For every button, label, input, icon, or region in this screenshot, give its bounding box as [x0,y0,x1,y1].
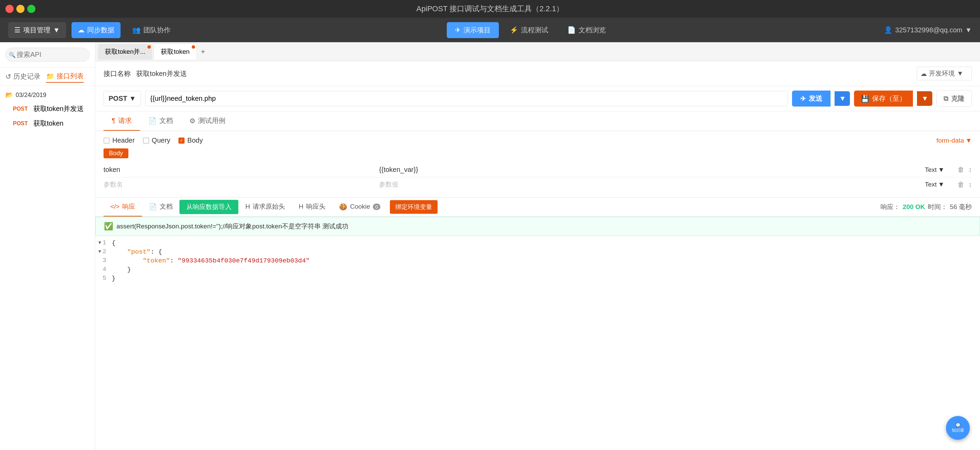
list-item[interactable]: POST 获取token并发送 [0,102,95,116]
form-data-select[interactable]: form-data ▼ [936,137,972,144]
success-message: assert(ResponseJson.post.token!='');//响应… [116,222,348,231]
maximize-button[interactable] [27,5,35,13]
method-select[interactable]: POST ▼ [103,91,141,106]
query-checkbox[interactable]: Query [143,137,170,144]
tab-item-1[interactable]: 获取token并... [98,44,152,60]
body-checkbox[interactable]: ✓ Body [178,137,203,144]
tab-doc[interactable]: 📄 文档 [140,111,181,131]
delete-icon[interactable]: 🗑 [958,181,964,189]
docs-label: 文档浏览 [579,25,606,35]
flow-label: 流程测试 [521,25,548,35]
url-input[interactable] [145,91,788,106]
header-checkbox-box[interactable] [103,138,110,144]
sidebar: 🔍 ↺ 历史记录 📁 接口列表 📂 03/24/2019 POST 获取toke… [0,42,95,450]
chevron-down-icon: ▼ [839,95,846,102]
param-checkboxes: Header Query ✓ Body form-data ▼ [103,137,972,144]
resp-head-label: 响应头 [306,202,326,211]
body-label: Body [187,137,203,144]
param-value-placeholder[interactable]: 参数值 [379,180,920,189]
save-button[interactable]: 💾 保存（至） [854,91,913,107]
doc-icon: 📄 [149,203,157,211]
tab-api-list[interactable]: 📁 接口列表 [46,70,84,83]
sync-btn-label: 同步数据 [87,25,115,35]
params-table: token {{token_var}} Text ▼ 🗑 ↕ 参数名 参数值 [103,162,972,192]
sort-icon[interactable]: ↕ [969,166,972,173]
query-label: Query [152,137,170,144]
method-badge-post: POST [11,105,30,113]
search-icon: 🔍 [9,51,16,58]
send-button[interactable]: ✈ 发送 [792,91,830,107]
resp-tab-req-head[interactable]: H 请求原始头 [239,197,292,216]
window-title: ApiPOST 接口调试与文档生成工具（2.2.1） [417,4,563,14]
search-input[interactable] [5,48,89,62]
interface-name-input[interactable] [136,70,911,78]
project-management-button[interactable]: ☰ 项目管理 ▼ [8,22,66,38]
param-name-placeholder[interactable]: 参数名 [103,180,374,189]
tab-test-case[interactable]: ⚙ 测试用例 [181,111,234,131]
collapse-arrow-1[interactable]: ▼ [99,240,101,245]
save-dropdown-button[interactable]: ▼ [917,91,932,106]
header-label: Header [112,137,135,144]
tab-label-2: 获取token [161,47,189,56]
docs-browse-button[interactable]: 📄 文档浏览 [559,22,614,38]
env-label: 开发环境 [929,69,955,78]
tab-request[interactable]: ¶ 请求 [103,111,140,131]
import-from-response-button[interactable]: 从响应数据导入 [180,200,239,214]
flow-test-button[interactable]: ⚡ 流程测试 [501,22,557,38]
send-dropdown-button[interactable]: ▼ [835,91,850,106]
request-tabs: ¶ 请求 📄 文档 ⚙ 测试用例 [95,111,980,131]
param-type-input[interactable]: Text ▼ [925,181,952,188]
resp-tab-resp-head[interactable]: H 响应头 [292,197,332,216]
test-icon: ⚙ [189,117,196,125]
date-group[interactable]: 📂 03/24/2019 [0,89,95,102]
line-number-2: ▼ 2 [95,248,112,255]
resp-tab-doc[interactable]: 📄 文档 [142,197,180,216]
header-checkbox[interactable]: Header [103,137,135,144]
delete-icon[interactable]: 🗑 [958,166,964,173]
minimize-button[interactable] [16,5,24,13]
cloud-icon: ☁ [78,26,84,34]
chevron-down-icon: ▼ [965,26,972,34]
clone-button[interactable]: ⧉ 克隆 [936,90,972,107]
body-checkbox-box[interactable]: ✓ [178,138,185,144]
send-icon: ✈ [455,26,461,34]
resp-tab-response[interactable]: </> 响应 [103,197,142,216]
tab-add-button[interactable]: + [198,46,208,57]
line-number-4: 4 [95,266,112,273]
team-collab-button[interactable]: 👥 团队协作 [126,22,177,38]
code-content-3: "token": "99334635b4f030e7f49d179309eb03… [112,257,310,264]
bind-env-button[interactable]: 绑定环境变量 [390,200,438,214]
float-help-button[interactable]: 💬 知识屋 [946,416,970,440]
bind-env-label: 绑定环境变量 [395,204,432,210]
line-number-5: 5 [95,275,112,281]
list-label: 接口列表 [57,72,84,81]
tab-history[interactable]: ↺ 历史记录 [5,70,41,83]
param-input-row: 参数名 参数值 Text ▼ 🗑 ↕ [103,177,972,192]
collapse-arrow-2[interactable]: ▼ [99,249,101,254]
response-status: 响应： 200 OK 时间： 56 毫秒 [881,202,972,211]
flow-icon: ⚡ [510,26,518,34]
close-button[interactable] [5,5,14,13]
cookie-badge: 0 [373,204,380,210]
send-label: 发送 [809,94,822,103]
user-info[interactable]: 👤 3257132998@qq.com ▼ [884,26,972,34]
history-label: 历史记录 [13,72,41,81]
sort-icon[interactable]: ↕ [969,181,972,189]
resp-label: 响应 [122,202,135,211]
tab-item-2[interactable]: 获取token [154,44,196,60]
req-label: 请求 [118,116,132,125]
query-checkbox-box[interactable] [143,138,149,144]
list-item[interactable]: POST 获取token [0,116,95,131]
demo-project-button[interactable]: ✈ 演示项目 [447,22,499,38]
param-type-token[interactable]: Text ▼ [925,166,952,173]
resp-tab-cookie[interactable]: 🍪 Cookie 0 [332,198,388,216]
title-bar: ApiPOST 接口调试与文档生成工具（2.2.1） [0,0,980,18]
sync-data-button[interactable]: ☁ 同步数据 [72,22,121,38]
env-select[interactable]: ☁ 开发环境 ▼ [917,67,972,80]
header-icon: H [245,203,250,210]
user-icon: 👤 [884,26,892,34]
resp-doc-label: 文档 [160,202,173,211]
float-icon: 💬 [956,423,961,428]
tab-modified-dot-1 [148,45,151,49]
sidebar-tabs: ↺ 历史记录 📁 接口列表 [0,67,95,86]
